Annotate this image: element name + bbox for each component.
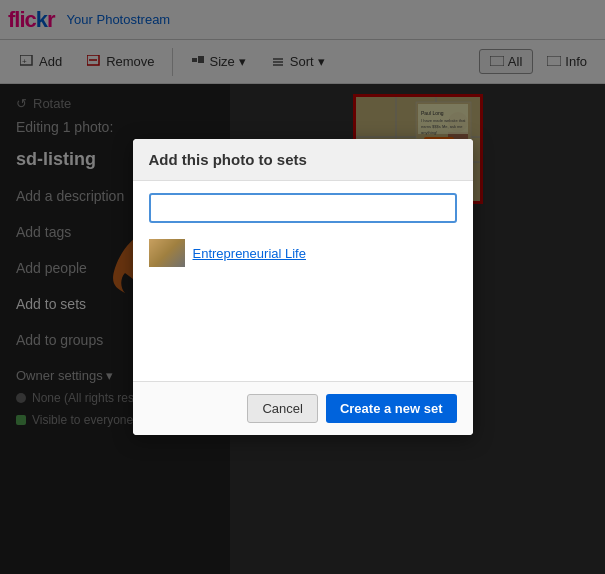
modal-footer: Cancel Create a new set	[133, 381, 473, 435]
create-new-set-button[interactable]: Create a new set	[326, 394, 457, 423]
modal-title: Add this photo to sets	[133, 139, 473, 181]
modal-add-to-sets: Add this photo to sets Entrepreneurial L…	[133, 139, 473, 435]
modal-body: Entrepreneurial Life	[133, 181, 473, 381]
set-thumbnail	[149, 239, 185, 267]
set-name[interactable]: Entrepreneurial Life	[193, 246, 306, 261]
modal-overlay: Add this photo to sets Entrepreneurial L…	[0, 0, 605, 574]
cancel-button[interactable]: Cancel	[247, 394, 317, 423]
set-item[interactable]: Entrepreneurial Life	[149, 235, 457, 271]
search-input[interactable]	[149, 193, 457, 223]
